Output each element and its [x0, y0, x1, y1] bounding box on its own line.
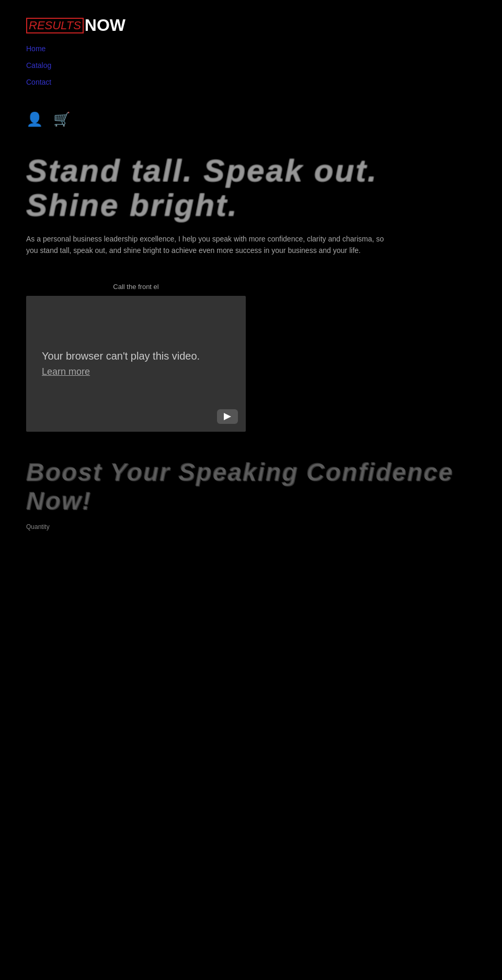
hero-title: Stand tall. Speak out. Shine bright. [26, 154, 476, 223]
cart-icon[interactable]: 🛒 [53, 111, 70, 128]
lower-content [0, 546, 502, 980]
quantity-label: Quantity [26, 523, 476, 531]
logo-now-text: NOW [85, 16, 126, 35]
icon-row: 👤 🛒 [0, 101, 502, 138]
nav-catalog[interactable]: Catalog [26, 57, 476, 74]
nav-contact[interactable]: Contact [26, 74, 476, 90]
video-section: Call the front el Your browser can't pla… [0, 283, 502, 447]
video-container: Your browser can't play this video. Lear… [26, 296, 246, 432]
header: RESULTS NOW Home Catalog Contact [0, 0, 502, 101]
product-section: Boost Your Speaking Confidence Now! Quan… [0, 447, 502, 546]
logo-results-text: RESULTS [26, 18, 84, 33]
main-nav: Home Catalog Contact [26, 40, 476, 90]
youtube-play-icon [224, 413, 231, 420]
video-label: Call the front el [26, 283, 246, 291]
product-title: Boost Your Speaking Confidence Now! [26, 458, 476, 515]
nav-home[interactable]: Home [26, 40, 476, 57]
hero-section: Stand tall. Speak out. Shine bright. As … [0, 138, 502, 283]
video-cant-play-text: Your browser can't play this video. [42, 350, 200, 362]
youtube-icon[interactable] [217, 409, 238, 424]
logo: RESULTS NOW [26, 16, 476, 35]
user-icon[interactable]: 👤 [26, 111, 43, 128]
hero-description: As a personal business leadership excell… [26, 233, 392, 257]
video-learn-more-link[interactable]: Learn more [42, 366, 90, 377]
